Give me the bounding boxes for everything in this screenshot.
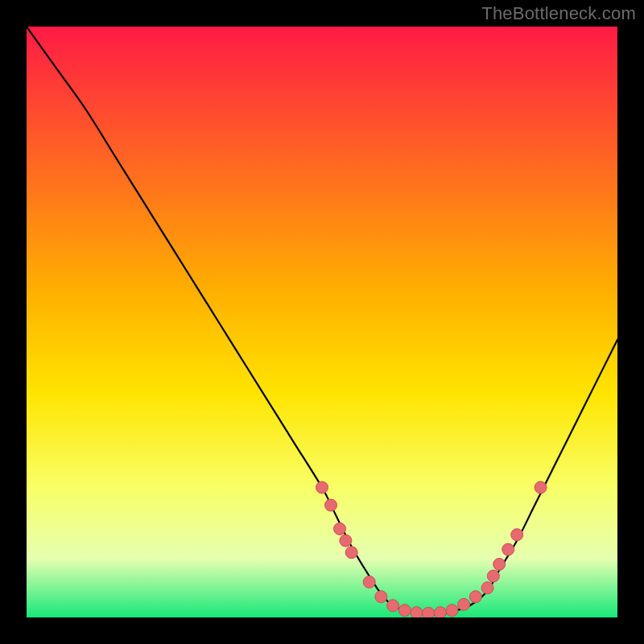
curve-marker [325,499,337,511]
curve-marker [316,481,328,493]
plot-area [27,27,617,617]
chart-frame: TheBottleneck.com [0,0,644,644]
curve-marker [423,607,435,617]
curve-marker [511,529,523,541]
curve-marker [363,576,375,588]
curve-marker [434,607,446,617]
curve-marker [481,582,493,594]
curve-marker [398,605,411,617]
curve-marker [411,607,423,617]
curve-marker [502,543,514,555]
curve-marker [487,570,499,582]
curve-marker [375,591,387,603]
curve-marker [387,600,399,612]
curve-marker [493,558,506,570]
curve-marker [345,547,357,559]
curve-marker [535,481,547,493]
bottleneck-chart [27,27,617,617]
curve-marker [334,522,346,535]
curve-marker [340,535,352,547]
curve-marker [446,605,458,617]
curve-marker [458,598,470,610]
watermark-text: TheBottleneck.com [481,3,636,24]
gradient-background [27,27,617,617]
curve-marker [469,591,481,603]
